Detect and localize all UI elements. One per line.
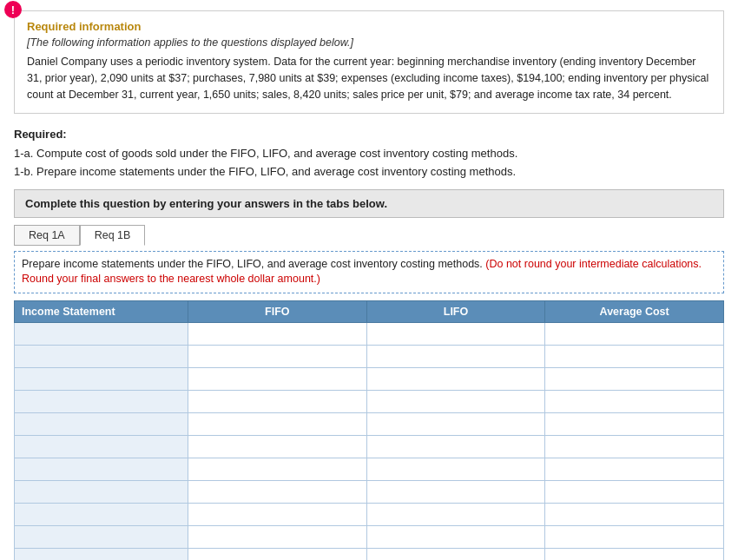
value-input[interactable]	[374, 418, 538, 430]
income-statement-label-input[interactable]	[22, 553, 181, 560]
value-input[interactable]	[374, 485, 538, 497]
income-statement-label-cell	[15, 503, 188, 525]
alert-icon: !	[4, 1, 22, 18]
value-input[interactable]	[552, 350, 716, 362]
income-statement-label-input[interactable]	[22, 395, 181, 407]
page-wrapper: ! Required information [The following in…	[0, 10, 738, 560]
income-table: Income Statement FIFO LIFO Average Cost	[14, 300, 724, 560]
value-input[interactable]	[552, 372, 716, 385]
income-statement-label-cell	[15, 322, 188, 345]
info-box: ! Required information [The following in…	[14, 10, 724, 114]
value-cell	[188, 525, 367, 548]
income-statement-label-cell	[15, 480, 188, 503]
value-cell	[366, 435, 545, 458]
value-input[interactable]	[552, 463, 716, 475]
req-1b-text: 1-b. Prepare income statements under the…	[14, 165, 516, 178]
value-cell	[188, 480, 367, 503]
value-input[interactable]	[552, 508, 716, 520]
value-cell	[366, 503, 545, 525]
income-statement-label-input[interactable]	[22, 418, 181, 430]
value-input[interactable]	[552, 327, 716, 339]
complete-box: Complete this question by entering your …	[14, 189, 724, 218]
income-table-body	[15, 322, 724, 560]
income-statement-label-input[interactable]	[22, 350, 181, 362]
value-cell	[545, 503, 724, 525]
value-input[interactable]	[552, 485, 716, 497]
value-cell	[366, 480, 545, 503]
value-input[interactable]	[374, 440, 538, 452]
value-input[interactable]	[374, 395, 538, 407]
value-input[interactable]	[195, 485, 359, 497]
value-cell	[545, 412, 724, 435]
value-cell	[545, 548, 724, 560]
value-cell	[545, 435, 724, 458]
income-statement-label-input[interactable]	[22, 508, 181, 520]
required-label: Required:	[14, 128, 67, 141]
value-input[interactable]	[374, 553, 538, 560]
value-cell	[188, 322, 367, 345]
value-cell	[366, 548, 545, 560]
value-input[interactable]	[374, 350, 538, 362]
value-cell	[366, 458, 545, 480]
table-row	[15, 435, 724, 458]
value-cell	[188, 345, 367, 367]
value-cell	[188, 503, 367, 525]
col-header-income-statement: Income Statement	[15, 300, 188, 322]
tab-req1a[interactable]: Req 1A	[14, 225, 80, 246]
table-row	[15, 525, 724, 548]
tab-req1b[interactable]: Req 1B	[80, 225, 146, 246]
value-input[interactable]	[552, 418, 716, 430]
value-cell	[366, 412, 545, 435]
value-cell	[545, 345, 724, 367]
table-wrapper: Income Statement FIFO LIFO Average Cost	[14, 300, 724, 560]
value-input[interactable]	[552, 530, 716, 543]
value-input[interactable]	[374, 508, 538, 520]
value-input[interactable]	[374, 327, 538, 339]
income-statement-label-input[interactable]	[22, 463, 181, 475]
value-cell	[188, 435, 367, 458]
info-box-title: Required information	[27, 20, 711, 33]
value-input[interactable]	[195, 440, 359, 452]
value-cell	[545, 367, 724, 390]
value-input[interactable]	[195, 395, 359, 407]
value-input[interactable]	[552, 395, 716, 407]
instruction-box: Prepare income statements under the FIFO…	[14, 251, 724, 293]
col-header-fifo: FIFO	[188, 300, 367, 322]
income-statement-label-input[interactable]	[22, 530, 181, 543]
value-input[interactable]	[195, 508, 359, 520]
value-input[interactable]	[552, 553, 716, 560]
value-cell	[188, 412, 367, 435]
value-cell	[366, 525, 545, 548]
income-statement-label-cell	[15, 367, 188, 390]
value-input[interactable]	[374, 463, 538, 475]
income-statement-label-input[interactable]	[22, 327, 181, 339]
value-input[interactable]	[195, 372, 359, 385]
col-header-avg-cost: Average Cost	[545, 300, 724, 322]
value-cell	[545, 480, 724, 503]
value-input[interactable]	[195, 553, 359, 560]
income-statement-label-input[interactable]	[22, 440, 181, 452]
value-cell	[188, 548, 367, 560]
value-cell	[366, 390, 545, 412]
income-statement-label-cell	[15, 435, 188, 458]
table-header-row: Income Statement FIFO LIFO Average Cost	[15, 300, 724, 322]
income-statement-label-cell	[15, 412, 188, 435]
value-input[interactable]	[552, 440, 716, 452]
table-row	[15, 503, 724, 525]
value-input[interactable]	[374, 530, 538, 543]
value-input[interactable]	[195, 327, 359, 339]
value-cell	[545, 525, 724, 548]
value-input[interactable]	[374, 372, 538, 385]
income-statement-label-input[interactable]	[22, 372, 181, 385]
income-statement-label-input[interactable]	[22, 485, 181, 497]
value-input[interactable]	[195, 530, 359, 543]
value-input[interactable]	[195, 463, 359, 475]
info-box-subtitle: [The following information applies to th…	[27, 36, 711, 49]
value-input[interactable]	[195, 418, 359, 430]
col-header-lifo: LIFO	[366, 300, 545, 322]
table-row	[15, 322, 724, 345]
value-input[interactable]	[195, 350, 359, 362]
table-row	[15, 548, 724, 560]
value-cell	[366, 345, 545, 367]
value-cell	[545, 322, 724, 345]
